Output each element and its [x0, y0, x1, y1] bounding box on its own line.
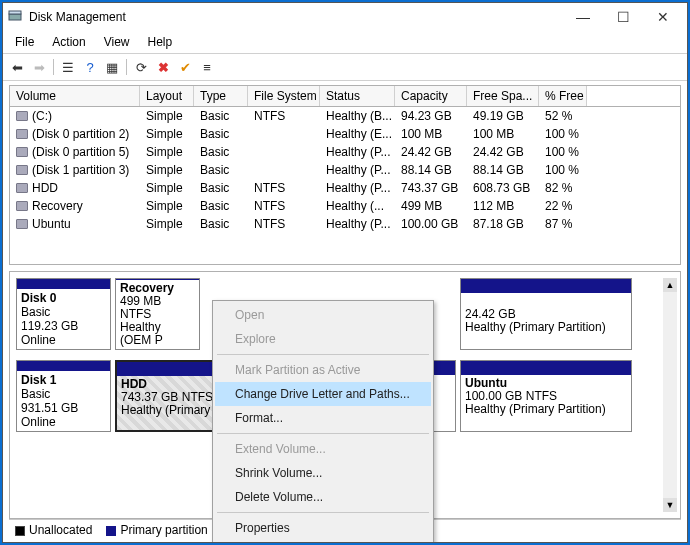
- disk-size: 119.23 GB: [21, 319, 78, 333]
- toolbar: ⬅ ➡ ☰ ? ▦ ⟳ ✖ ✔ ≡: [3, 54, 687, 81]
- disk-type: Basic: [21, 387, 50, 401]
- table-row[interactable]: UbuntuSimpleBasicNTFSHealthy (P...100.00…: [10, 215, 680, 233]
- volume-capacity: 94.23 GB: [395, 107, 467, 125]
- volume-fs: [248, 125, 320, 143]
- table-row[interactable]: (Disk 0 partition 2)SimpleBasicHealthy (…: [10, 125, 680, 143]
- menu-file[interactable]: File: [9, 33, 40, 51]
- toolbar-separator: [53, 59, 54, 75]
- volume-status: Healthy (...: [320, 197, 395, 215]
- partition-block[interactable]: Ubuntu100.00 GB NTFSHealthy (Primary Par…: [460, 360, 632, 432]
- disk-management-window: Disk Management — ☐ ✕ File Action View H…: [2, 2, 688, 543]
- volume-name: Ubuntu: [32, 217, 71, 231]
- table-row[interactable]: RecoverySimpleBasicNTFSHealthy (...499 M…: [10, 197, 680, 215]
- volume-capacity: 499 MB: [395, 197, 467, 215]
- view-list-icon[interactable]: ☰: [58, 57, 78, 77]
- settings-icon[interactable]: ≡: [197, 57, 217, 77]
- volume-free: 87.18 GB: [467, 215, 539, 233]
- volume-pctfree: 52 %: [539, 107, 587, 125]
- col-pctfree[interactable]: % Free: [539, 86, 587, 106]
- drive-icon: [16, 219, 28, 229]
- scrollbar[interactable]: ▲ ▼: [663, 278, 677, 512]
- volume-free: 49.19 GB: [467, 107, 539, 125]
- legend-unallocated: Unallocated: [15, 523, 92, 537]
- table-row[interactable]: HDDSimpleBasicNTFSHealthy (P...743.37 GB…: [10, 179, 680, 197]
- context-menu-item[interactable]: Properties: [215, 516, 431, 540]
- context-menu-separator: [217, 512, 429, 513]
- close-button[interactable]: ✕: [643, 3, 683, 31]
- volume-free: 24.42 GB: [467, 143, 539, 161]
- legend-primary: Primary partition: [106, 523, 207, 537]
- context-menu-item[interactable]: Shrink Volume...: [215, 461, 431, 485]
- minimize-button[interactable]: —: [563, 3, 603, 31]
- volume-pctfree: 87 %: [539, 215, 587, 233]
- scroll-down-icon[interactable]: ▼: [663, 498, 677, 512]
- disk-header[interactable]: Disk 0Basic119.23 GBOnline: [16, 278, 111, 350]
- refresh-icon[interactable]: ⟳: [131, 57, 151, 77]
- volume-status: Healthy (B...: [320, 107, 395, 125]
- context-menu-item[interactable]: Change Drive Letter and Paths...: [215, 382, 431, 406]
- maximize-button[interactable]: ☐: [603, 3, 643, 31]
- col-layout[interactable]: Layout: [140, 86, 194, 106]
- title-bar[interactable]: Disk Management — ☐ ✕: [3, 3, 687, 31]
- volume-status: Healthy (P...: [320, 161, 395, 179]
- menu-action[interactable]: Action: [46, 33, 91, 51]
- delete-icon[interactable]: ✖: [153, 57, 173, 77]
- partition-title: HDD: [121, 377, 147, 391]
- volume-capacity: 88.14 GB: [395, 161, 467, 179]
- volume-free: 608.73 GB: [467, 179, 539, 197]
- drive-icon: [16, 165, 28, 175]
- volume-name: (Disk 1 partition 3): [32, 163, 129, 177]
- col-volume[interactable]: Volume: [10, 86, 140, 106]
- volume-capacity: 743.37 GB: [395, 179, 467, 197]
- scroll-up-icon[interactable]: ▲: [663, 278, 677, 292]
- context-menu-item[interactable]: Delete Volume...: [215, 485, 431, 509]
- volume-free: 100 MB: [467, 125, 539, 143]
- disk-label: Disk 1: [21, 373, 56, 387]
- context-menu[interactable]: OpenExploreMark Partition as ActiveChang…: [212, 300, 434, 542]
- col-type[interactable]: Type: [194, 86, 248, 106]
- col-filesystem[interactable]: File System: [248, 86, 320, 106]
- svg-rect-1: [9, 11, 21, 14]
- volume-layout: Simple: [140, 179, 194, 197]
- volume-fs: NTFS: [248, 179, 320, 197]
- table-row[interactable]: (Disk 0 partition 5)SimpleBasicHealthy (…: [10, 143, 680, 161]
- check-icon[interactable]: ✔: [175, 57, 195, 77]
- volume-capacity: 100.00 GB: [395, 215, 467, 233]
- col-status[interactable]: Status: [320, 86, 395, 106]
- disk-header[interactable]: Disk 1Basic931.51 GBOnline: [16, 360, 111, 432]
- table-row[interactable]: (Disk 1 partition 3)SimpleBasicHealthy (…: [10, 161, 680, 179]
- partition-status: Healthy (Primary Partition): [465, 320, 606, 334]
- volume-status: Healthy (P...: [320, 179, 395, 197]
- column-headers[interactable]: Volume Layout Type File System Status Ca…: [10, 86, 680, 107]
- volume-name: HDD: [32, 181, 58, 195]
- volume-type: Basic: [194, 179, 248, 197]
- partition-block[interactable]: Recovery499 MB NTFSHealthy (OEM P: [115, 278, 200, 350]
- volume-free: 88.14 GB: [467, 161, 539, 179]
- col-free[interactable]: Free Spa...: [467, 86, 539, 106]
- volume-pctfree: 100 %: [539, 125, 587, 143]
- partition-block[interactable]: 24.42 GBHealthy (Primary Partition): [460, 278, 632, 350]
- volume-capacity: 100 MB: [395, 125, 467, 143]
- context-menu-item: Extend Volume...: [215, 437, 431, 461]
- volume-pctfree: 100 %: [539, 161, 587, 179]
- context-menu-item: Open: [215, 303, 431, 327]
- context-menu-item[interactable]: Format...: [215, 406, 431, 430]
- forward-icon[interactable]: ➡: [29, 57, 49, 77]
- volume-free: 112 MB: [467, 197, 539, 215]
- app-icon: [7, 9, 23, 25]
- table-row[interactable]: (C:)SimpleBasicNTFSHealthy (B...94.23 GB…: [10, 107, 680, 125]
- volume-fs: NTFS: [248, 107, 320, 125]
- drive-icon: [16, 111, 28, 121]
- help-icon[interactable]: ?: [80, 57, 100, 77]
- menu-view[interactable]: View: [98, 33, 136, 51]
- view-graphical-icon[interactable]: ▦: [102, 57, 122, 77]
- volume-list[interactable]: Volume Layout Type File System Status Ca…: [9, 85, 681, 265]
- volume-layout: Simple: [140, 143, 194, 161]
- col-capacity[interactable]: Capacity: [395, 86, 467, 106]
- back-icon[interactable]: ⬅: [7, 57, 27, 77]
- svg-rect-0: [9, 14, 21, 20]
- menu-bar: File Action View Help: [3, 31, 687, 54]
- menu-help[interactable]: Help: [142, 33, 179, 51]
- disk-header-stripe: [17, 279, 110, 289]
- partition-title: Recovery: [120, 281, 174, 295]
